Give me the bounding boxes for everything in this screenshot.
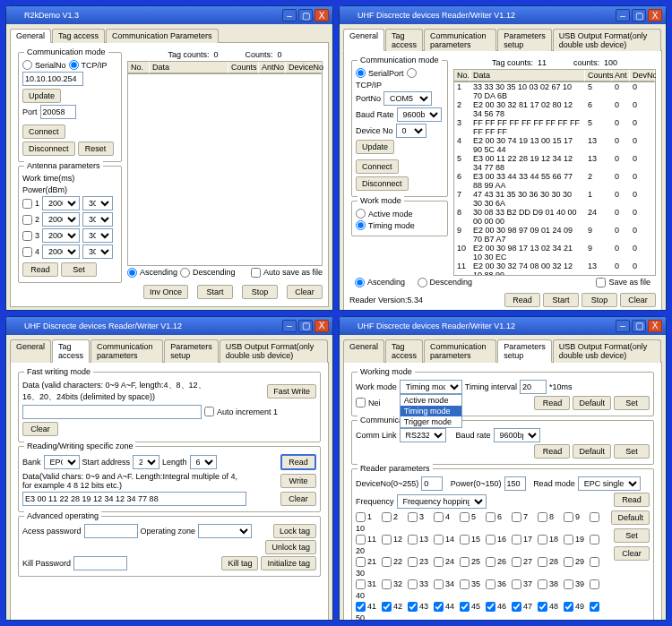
device-select[interactable]: 0 bbox=[396, 124, 426, 138]
table-row[interactable]: 5E3 00 11 22 28 19 12 34 12 34 77 881300 bbox=[454, 154, 655, 172]
ant-read-button[interactable]: Read bbox=[22, 262, 58, 277]
freq-check-8[interactable] bbox=[538, 512, 547, 522]
timing-radio[interactable] bbox=[356, 220, 366, 230]
devno-field[interactable] bbox=[421, 476, 443, 491]
freq-check-25[interactable] bbox=[460, 557, 470, 567]
ascending-radio[interactable] bbox=[355, 278, 365, 287]
freq-check-32[interactable] bbox=[382, 579, 392, 589]
table-row[interactable]: 10E2 00 30 98 17 13 02 34 21 10 30 EC900 bbox=[454, 244, 655, 262]
close-icon[interactable]: X bbox=[648, 320, 662, 332]
cm-read-button[interactable]: Read bbox=[534, 444, 570, 459]
ant-time-select[interactable]: 2000 bbox=[42, 228, 80, 243]
freq-check-24[interactable] bbox=[434, 557, 444, 567]
workmode-select[interactable]: Timing mode bbox=[400, 380, 462, 394]
tab-usb[interactable]: USB Output Format(only double usb device… bbox=[553, 29, 661, 51]
readmode-select[interactable]: EPC single tag bbox=[578, 476, 641, 491]
ant-set-button[interactable]: Set bbox=[61, 262, 97, 277]
descending-radio[interactable] bbox=[418, 278, 427, 287]
zone-clear-button[interactable]: Clear bbox=[280, 492, 316, 506]
ip-field[interactable] bbox=[22, 72, 83, 86]
fast-data-field[interactable] bbox=[22, 405, 202, 419]
table-body[interactable] bbox=[127, 74, 323, 266]
tab-general[interactable]: General bbox=[343, 29, 384, 51]
freq-check-23[interactable] bbox=[408, 557, 418, 567]
freq-check-35[interactable] bbox=[460, 579, 470, 589]
freq-check-47[interactable] bbox=[512, 602, 521, 612]
freq-check-10[interactable] bbox=[590, 512, 599, 522]
freq-check-11[interactable] bbox=[356, 535, 366, 545]
save-check[interactable] bbox=[596, 278, 606, 287]
tab-usb[interactable]: USB Output Format(only double usb device… bbox=[220, 339, 328, 363]
freq-check-13[interactable] bbox=[408, 535, 418, 545]
freq-check-45[interactable] bbox=[460, 602, 470, 612]
freq-check-22[interactable] bbox=[382, 557, 392, 567]
ant-time-select[interactable]: 2000 bbox=[42, 244, 80, 259]
zone-read-button[interactable]: Read bbox=[280, 454, 316, 470]
autosave-check[interactable] bbox=[251, 268, 261, 278]
bank-select[interactable]: EPC bbox=[44, 455, 80, 469]
start-button[interactable]: Start bbox=[197, 285, 233, 299]
clear-button[interactable]: Clear bbox=[287, 285, 323, 299]
maximize-icon[interactable]: ▢ bbox=[632, 320, 646, 332]
wm-default-button[interactable]: Default bbox=[573, 396, 611, 410]
disconnect-button[interactable]: Disconnect bbox=[356, 176, 409, 191]
ant-check-3[interactable] bbox=[22, 231, 32, 241]
freq-check-26[interactable] bbox=[486, 557, 495, 567]
tab-tag-access[interactable]: Tag access bbox=[52, 29, 105, 43]
baud-select[interactable]: 9600bps bbox=[397, 107, 442, 122]
ant-time-select[interactable]: 2000 bbox=[42, 212, 80, 227]
descending-radio[interactable] bbox=[180, 268, 190, 278]
freq-check-12[interactable] bbox=[382, 535, 392, 545]
table-row[interactable]: 6E3 00 33 44 33 44 55 66 77 88 99 AA200 bbox=[454, 172, 655, 190]
freq-check-39[interactable] bbox=[564, 579, 573, 589]
freq-check-48[interactable] bbox=[538, 602, 547, 612]
freq-check-44[interactable] bbox=[434, 602, 444, 612]
freq-check-19[interactable] bbox=[564, 535, 573, 545]
freq-check-27[interactable] bbox=[512, 557, 521, 567]
table-row[interactable]: 133 33 30 35 10 03 02 67 10 70 DA 6B500 bbox=[454, 82, 655, 100]
tcpip-radio[interactable] bbox=[69, 60, 79, 70]
maximize-icon[interactable]: ▢ bbox=[632, 9, 646, 21]
workmode-dropdown[interactable]: Active mode Timing mode Trigger mode bbox=[400, 394, 462, 428]
minimize-icon[interactable]: – bbox=[282, 320, 297, 332]
kill-pw-field[interactable] bbox=[73, 556, 127, 570]
start-button[interactable]: Start bbox=[543, 293, 579, 307]
clear-button[interactable]: Clear bbox=[620, 293, 656, 307]
rp-set-button[interactable]: Set bbox=[614, 528, 650, 543]
stop-button[interactable]: Stop bbox=[582, 293, 617, 307]
start-select[interactable]: 2 bbox=[133, 455, 159, 469]
ant-check-1[interactable] bbox=[22, 199, 32, 209]
minimize-icon[interactable]: – bbox=[616, 9, 630, 21]
maximize-icon[interactable]: ▢ bbox=[298, 9, 313, 21]
unlock-button[interactable]: Unlock tag bbox=[265, 540, 316, 554]
ascending-radio[interactable] bbox=[127, 268, 137, 278]
ant-power-select[interactable]: 30 bbox=[82, 228, 113, 243]
read-button[interactable]: Read bbox=[504, 293, 540, 307]
freq-check-2[interactable] bbox=[382, 512, 392, 522]
disconnect-button[interactable]: Disconnect bbox=[22, 141, 75, 156]
minimize-icon[interactable]: – bbox=[282, 9, 297, 21]
opt-timing[interactable]: Timing mode bbox=[401, 406, 461, 416]
tab-params[interactable]: Parameters setup bbox=[497, 29, 552, 51]
tab-comm[interactable]: Communication parameters bbox=[424, 339, 496, 363]
init-button[interactable]: Initialize tag bbox=[261, 556, 316, 570]
freq-check-46[interactable] bbox=[486, 602, 495, 612]
freq-select[interactable]: Frequency hopping bbox=[397, 494, 487, 509]
freq-check-30[interactable] bbox=[590, 557, 599, 567]
table-row[interactable]: 747 43 31 35 30 36 30 30 30 30 30 6A100 bbox=[454, 190, 655, 208]
freq-check-37[interactable] bbox=[512, 579, 521, 589]
op-zone-select[interactable] bbox=[198, 524, 252, 538]
tab-general[interactable]: General bbox=[343, 339, 384, 363]
baud-select[interactable]: 9600bps bbox=[494, 428, 540, 442]
close-icon[interactable]: X bbox=[648, 9, 662, 21]
freq-check-31[interactable] bbox=[356, 579, 366, 589]
table-body[interactable]: 133 33 30 35 10 03 02 67 10 70 DA 6B5002… bbox=[453, 82, 656, 276]
reset-button[interactable]: Reset bbox=[78, 141, 114, 156]
nei-check[interactable] bbox=[356, 398, 366, 407]
tcpip-radio[interactable] bbox=[407, 68, 417, 78]
tab-comm[interactable]: Communication parameters bbox=[424, 29, 496, 51]
tab-general[interactable]: General bbox=[10, 29, 51, 43]
cm-default-button[interactable]: Default bbox=[573, 444, 611, 459]
table-row[interactable]: 4E2 00 30 74 19 13 00 15 17 90 5C 441300 bbox=[454, 136, 655, 154]
tab-general[interactable]: General bbox=[10, 339, 51, 363]
